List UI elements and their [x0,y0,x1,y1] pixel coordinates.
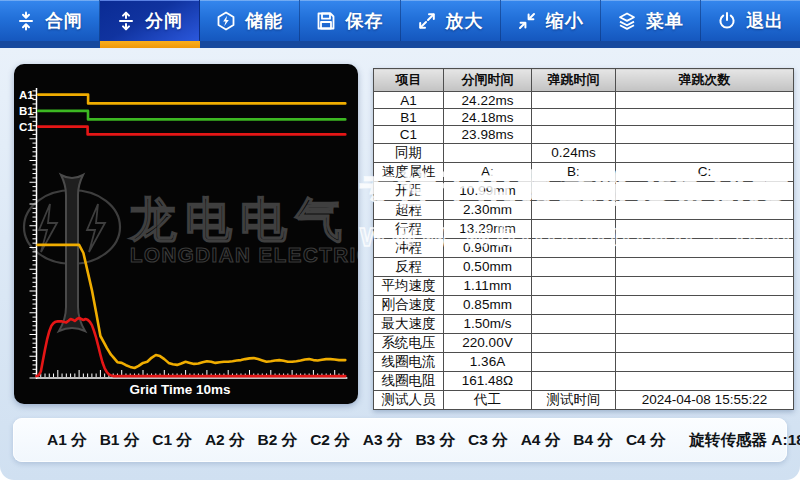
tab-zoom-in[interactable]: 放大 [401,0,501,41]
table-value-cell: 0.90mm [444,238,532,257]
table-value-cell [532,371,616,390]
phase-status-item: C3 分 [468,430,508,451]
tab-label: 放大 [446,9,484,33]
table-header-cell: 项目 [374,69,444,92]
tab-menu[interactable]: 菜单 [601,0,701,41]
table-value-cell [532,276,616,295]
table-row: A124.22ms [374,92,794,109]
phase-status-item: B1 分 [100,430,140,451]
phase-status-item: C4 分 [626,430,666,451]
longdian-logo-watermark: 龙电电气 LONGDIAN ELECTRIC [24,175,358,331]
table-row: 超程2.30mm [374,200,794,219]
table-value-cell: 23.98ms [444,126,532,143]
waveform-panel: 龙电电气 LONGDIAN ELECTRIC A1B1C1 Grid Time … [14,64,358,404]
table-item-cell: 行程 [374,219,444,238]
table-value-cell [532,219,616,238]
table-value-cell: 24.18ms [444,109,532,126]
table-row: 测试人员代工测试时间2024-04-08 15:55:22 [374,390,794,409]
table-value-cell [532,181,616,200]
table-value-cell: 2024-04-08 15:55:22 [616,390,794,409]
table-item-cell: 最大速度 [374,314,444,333]
table-item-cell: 线圈电阻 [374,371,444,390]
tab-label: 保存 [345,9,383,33]
table-value-cell [532,92,616,109]
table-value-cell: 0.85mm [444,295,532,314]
table-value-cell [532,109,616,126]
table-item-cell: 反程 [374,257,444,276]
trace-label-A1: A1 [19,89,34,101]
menu-icon [617,11,637,31]
close-contacts-icon [16,11,36,31]
zoom-out-icon [517,11,537,31]
table-row: 同期0.24ms [374,143,794,162]
phase-status-item: B2 分 [258,430,298,451]
phase-status-item: A4 分 [521,430,561,451]
zoom-in-icon [417,11,437,31]
tab-energy[interactable]: 储能 [200,0,300,41]
table-value-cell: 13.29mm [444,219,532,238]
lightning-bolt-icon [87,204,105,252]
table-value-cell [532,126,616,143]
table-item-cell: 线圈电流 [374,352,444,371]
tab-label: 菜单 [646,9,684,33]
tab-underline [700,41,800,48]
table-row: 最大速度1.50m/s [374,314,794,333]
rotary-sensor-readout: 旋转传感器 A:188.4 [690,430,800,451]
tab-zoom-out[interactable]: 缩小 [501,0,601,41]
table-value-cell: 10.99mm [444,181,532,200]
tab-label: 缩小 [546,9,584,33]
table-value-cell [532,314,616,333]
table-value-cell [616,109,794,126]
table-item-cell: 系统电压 [374,333,444,352]
table-item-cell: 冲程 [374,238,444,257]
table-row: 平均速度1.11mm [374,276,794,295]
table-value-cell: 161.48Ω [444,371,532,390]
table-item-cell: 刚合速度 [374,295,444,314]
tab-save[interactable]: 保存 [300,0,400,41]
waveform-chart: 龙电电气 LONGDIAN ELECTRIC A1B1C1 Grid Time … [14,64,358,404]
tab-label: 分闸 [145,9,183,33]
logo-text-en: LONGDIAN ELECTRIC [130,243,358,266]
table-value-cell [616,276,794,295]
table-value-cell: B: [532,162,616,181]
table-value-cell [616,352,794,371]
table-header-cell: 弹跳时间 [532,69,616,92]
tab-open[interactable]: 分闸 [100,0,200,41]
table-value-cell [616,92,794,109]
table-value-cell: 220.00V [444,333,532,352]
table-value-cell [616,333,794,352]
phase-status-item: C1 分 [152,430,192,451]
table-value-cell [532,257,616,276]
trace-label-C1: C1 [19,121,34,133]
trace-label-B1: B1 [19,105,34,117]
status-bar: A1 分B1 分C1 分A2 分B2 分C2 分A3 分B3 分C3 分A4 分… [13,418,787,462]
table-value-cell [616,371,794,390]
table-row: 反程0.50mm [374,257,794,276]
table-value-cell [532,352,616,371]
table-value-cell [532,295,616,314]
phase-status-item: A3 分 [363,430,403,451]
table-item-cell: 平均速度 [374,276,444,295]
table-row: C123.98ms [374,126,794,143]
table-value-cell [532,333,616,352]
table-header-cell: 分闸时间 [444,69,532,92]
table-row: 刚合速度0.85mm [374,295,794,314]
tab-close[interactable]: 合闸 [0,0,100,41]
table-value-cell [444,143,532,162]
exit-icon [717,11,737,31]
table-value-cell [616,219,794,238]
table-value-cell: 代工 [444,390,532,409]
table-row: 速度属性A:B:C: [374,162,794,181]
tab-label: 储能 [245,9,283,33]
tab-underline [200,41,300,48]
table-value-cell: 1.11mm [444,276,532,295]
content-area: 龙电电气 LONGDIAN ELECTRIC A1B1C1 Grid Time … [0,48,800,436]
phase-status-item: A2 分 [205,430,245,451]
table-value-cell: C: [616,162,794,181]
table-value-cell [616,200,794,219]
tab-underline [300,41,400,48]
table-row: 线圈电阻161.48Ω [374,371,794,390]
tab-exit[interactable]: 退出 [701,0,800,41]
table-value-cell [616,181,794,200]
table-value-cell: 0.24ms [532,143,616,162]
